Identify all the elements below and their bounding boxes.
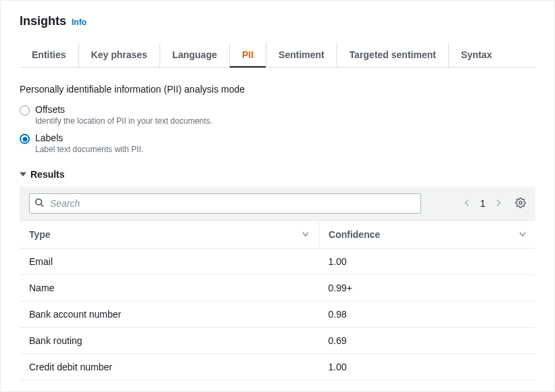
table-row: Bank routing0.69	[20, 328, 535, 354]
page-number: 1	[480, 198, 485, 209]
table-row: Bank account number0.98	[20, 301, 535, 328]
radio-description: Label text documents with PII.	[35, 145, 143, 154]
sort-icon	[519, 230, 526, 239]
column-header-type[interactable]: Type	[20, 221, 319, 249]
search-input[interactable]	[29, 193, 421, 214]
tab-targeted-sentiment[interactable]: Targeted sentiment	[337, 43, 449, 67]
table-row: Email1.00	[20, 249, 535, 275]
tab-entities[interactable]: Entities	[20, 43, 79, 67]
radio-title: Offsets	[35, 104, 212, 115]
tab-language[interactable]: Language	[160, 43, 230, 67]
results-section-toggle[interactable]: Results	[20, 169, 535, 180]
cell-confidence: 1.00	[319, 249, 535, 275]
cell-type: Name	[20, 275, 319, 301]
svg-point-2	[519, 201, 522, 204]
analysis-mode-label: Personally identifiable information (PII…	[20, 84, 535, 95]
results-table: Type Confidence Email1.00	[20, 220, 535, 381]
column-label: Confidence	[329, 229, 380, 240]
settings-button[interactable]	[515, 197, 526, 210]
radio-title: Labels	[35, 132, 143, 143]
results-title: Results	[30, 169, 65, 180]
search-icon	[34, 198, 44, 210]
tabs: EntitiesKey phrasesLanguagePIISentimentT…	[20, 41, 535, 68]
pagination: 1	[464, 197, 526, 210]
table-row: Credit debit number1.00	[20, 354, 535, 381]
results-toolbar: 1	[20, 187, 535, 220]
tab-pii[interactable]: PII	[230, 43, 266, 67]
column-label: Type	[29, 229, 51, 240]
cell-confidence: 1.00	[319, 354, 535, 381]
radio-option-offsets[interactable]: Offsets Identify the location of PII in …	[20, 104, 535, 126]
page-title: Insights	[20, 14, 66, 28]
prev-page-button[interactable]	[464, 198, 470, 210]
cell-confidence: 0.69	[319, 328, 535, 354]
table-row: Name0.99+	[20, 275, 535, 301]
cell-type: Bank routing	[20, 328, 319, 354]
radio-description: Identify the location of PII in your tex…	[35, 116, 212, 126]
svg-line-1	[41, 204, 44, 207]
cell-type: Bank account number	[20, 301, 319, 328]
cell-type: Credit debit number	[20, 354, 319, 381]
radio-option-labels[interactable]: Labels Label text documents with PII.	[20, 132, 535, 154]
column-header-confidence[interactable]: Confidence	[319, 221, 535, 249]
info-link[interactable]: Info	[72, 18, 87, 27]
radio-button[interactable]	[20, 105, 30, 116]
sort-icon	[302, 230, 309, 239]
next-page-button[interactable]	[495, 198, 502, 210]
tab-syntax[interactable]: Syntax	[449, 43, 504, 67]
chevron-down-icon	[20, 172, 26, 176]
tab-key-phrases[interactable]: Key phrases	[79, 43, 160, 67]
tab-sentiment[interactable]: Sentiment	[266, 43, 337, 67]
cell-confidence: 0.98	[319, 301, 535, 328]
radio-button[interactable]	[20, 134, 30, 144]
cell-type: Email	[20, 249, 319, 275]
svg-point-0	[36, 199, 42, 205]
cell-confidence: 0.99+	[319, 275, 535, 301]
